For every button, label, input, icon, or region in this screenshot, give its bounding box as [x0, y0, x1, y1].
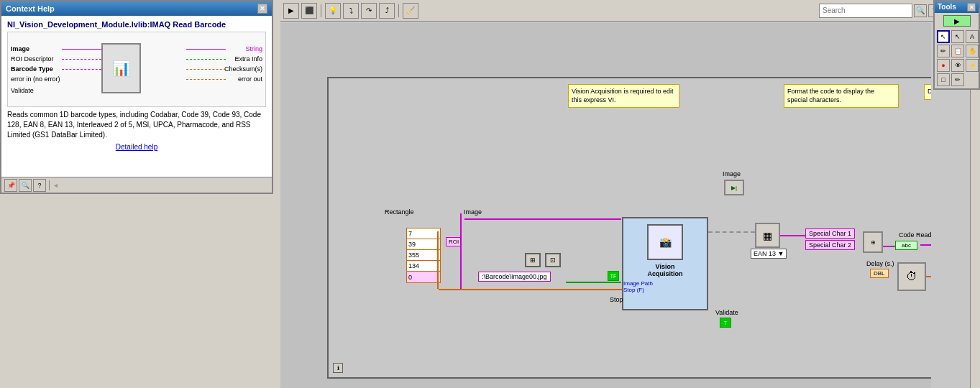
- diag-validate-label: Validate: [11, 87, 34, 94]
- canvas: ℹ Vision Acquisition is required to edit…: [280, 23, 931, 388]
- vision-acq-label: VisionAcquisition: [623, 263, 707, 277]
- concat-node: ⊕: [863, 231, 883, 253]
- help-icon-btn[interactable]: ?: [33, 179, 46, 192]
- run-btn[interactable]: ▶: [283, 3, 299, 19]
- stop-btn[interactable]: ⬛: [301, 3, 317, 19]
- clean-btn[interactable]: 🧹: [403, 3, 418, 19]
- validate-label: Validate: [715, 309, 738, 316]
- validate-indicator: T: [720, 318, 731, 328]
- run-green-btn[interactable]: ▶: [943, 15, 971, 27]
- info-icon: ℹ: [333, 363, 343, 373]
- run-area: ▶: [935, 15, 979, 27]
- code-read-label: Code Read: [899, 231, 931, 239]
- search-bar: 🔍 ?: [819, 4, 941, 18]
- help-description: Reads common 1D barcode types, including…: [7, 110, 266, 140]
- context-help-title: Context Help: [6, 4, 55, 13]
- context-help-titlebar: Context Help ✕: [1, 1, 272, 16]
- rect-val-4: 134: [407, 261, 440, 272]
- wire-vert-orange: [437, 231, 439, 289]
- wire-dashed-1: [708, 231, 755, 233]
- delay-label: Delay (s.): [866, 260, 894, 267]
- true-indicator: TF: [608, 271, 619, 281]
- dbl-indicator: DBL: [870, 269, 889, 278]
- wire-image-pink: [464, 218, 621, 220]
- search-input[interactable]: [819, 4, 912, 18]
- image-left-label: Image: [464, 208, 482, 216]
- wire-green-stop: [566, 282, 621, 283]
- diag-image-label: Image: [11, 45, 29, 52]
- probe-tool[interactable]: 👁: [951, 59, 964, 72]
- rectangle-label: Rectangle: [385, 208, 414, 216]
- image-path-label: Image Path: [623, 280, 707, 287]
- func-node-2: ⊡: [545, 253, 561, 267]
- barcode-reader-icon: ▦: [755, 223, 780, 248]
- context-help-close[interactable]: ✕: [257, 4, 267, 14]
- wire-orange-rect: [439, 289, 623, 290]
- stop-f-label: Stop (F): [623, 287, 707, 293]
- cursor-tool[interactable]: ↖: [937, 30, 950, 43]
- step-out-btn[interactable]: ⤴: [379, 3, 395, 19]
- breakpoint-tool[interactable]: ●: [937, 59, 950, 72]
- toolbar: ▶ ⬛ 💡 ⤵ ↷ ⤴ 🧹 🔍 ?: [280, 0, 944, 22]
- wire-pink-1: [780, 235, 805, 236]
- rect-val-5: 0: [407, 272, 440, 282]
- wire-vert-pink: [460, 213, 462, 289]
- search-help-btn[interactable]: 🔍: [19, 179, 32, 192]
- format-code-note: Format the code to display the special c…: [784, 84, 899, 108]
- vi-name: NI_Vision_Development_Module.lvlib:IMAQ …: [7, 20, 266, 29]
- vision-acq-note: Vision Acquisition is required to edit t…: [568, 84, 679, 108]
- wire-pink-long: [920, 244, 931, 246]
- rect-val-1: 7: [407, 228, 440, 239]
- rect-val-2: 39: [407, 239, 440, 250]
- wire-tool[interactable]: ✏: [937, 45, 950, 57]
- wire-pink-2: [883, 246, 895, 247]
- color-tool[interactable]: □: [937, 73, 950, 86]
- image-indicator: ▶|: [724, 180, 744, 195]
- main-window: ▶ ⬛ 💡 ⤵ ↷ ⤴ 🧹 🔍 ? ℹ Vision Acquisition i…: [280, 0, 980, 388]
- vision-acq-icon: 📸: [647, 224, 683, 260]
- panel-bottom-bar: 📌 🔍 ? ◄: [1, 177, 272, 193]
- special-char1: Special Char 1: [805, 228, 855, 239]
- cursor-tool-2[interactable]: ↖: [951, 30, 964, 43]
- rectangle-box: 7 39 355 134 0: [406, 228, 441, 283]
- detailed-help-link[interactable]: Detailed help: [7, 143, 266, 151]
- pin-btn[interactable]: 📌: [4, 179, 17, 192]
- custom-tool[interactable]: ✏: [951, 73, 964, 86]
- vi-diagram: 📊 Image ROI Descriptor Barcode Type erro…: [7, 32, 266, 107]
- tools-title: Tools ✕: [935, 1, 979, 13]
- highlight-btn[interactable]: 💡: [325, 3, 341, 19]
- code-read-indicator: abc: [895, 241, 917, 250]
- context-help-panel: Context Help ✕ NI_Vision_Development_Mod…: [0, 0, 273, 194]
- vi-icon: 📊: [101, 43, 141, 93]
- rect-val-3: 355: [407, 250, 440, 261]
- diag-string-label: String: [245, 45, 262, 52]
- text-tool[interactable]: A: [966, 30, 979, 43]
- step-over-btn[interactable]: ↷: [361, 3, 377, 19]
- context-help-content: NI_Vision_Development_Module.lvlib:IMAQ …: [1, 16, 272, 155]
- diag-extrainfo-label: Extra Info: [234, 55, 262, 63]
- wire-orange-delay: [926, 276, 931, 277]
- scroll-tool[interactable]: ✋: [966, 45, 979, 57]
- color-copy-tool[interactable]: ⚡: [966, 59, 979, 72]
- search-button[interactable]: 🔍: [914, 4, 927, 17]
- wait-node: ⏱: [897, 262, 926, 291]
- diag-error-out-label: error out: [238, 75, 262, 83]
- image-label: Image: [723, 170, 741, 177]
- diag-error-in-label: error in (no error): [11, 75, 60, 83]
- diag-roi-label: ROI Descriptor: [11, 55, 54, 63]
- dispose-note: Dispose of the image.: [924, 84, 931, 100]
- special-char2: Special Char 2: [805, 240, 855, 250]
- vision-acq-block[interactable]: 📸 VisionAcquisition Image Path Stop (F): [622, 217, 708, 310]
- step-into-btn[interactable]: ⤵: [343, 3, 359, 19]
- roi-terminal: ROI: [446, 237, 462, 246]
- stop-label: Stop: [610, 296, 623, 303]
- tools-panel: Tools ✕ ▶ ↖ ↖ A ✏ 📋 ✋ ● 👁 ⚡ □ ✏: [933, 0, 980, 90]
- func-node-1: ⊞: [525, 253, 541, 267]
- diag-checksum-label: Checksum(s): [224, 65, 262, 73]
- tools-label: Tools: [938, 3, 956, 11]
- tools-grid: ↖ ↖ A ✏ 📋 ✋ ● 👁 ⚡ □ ✏: [935, 28, 979, 88]
- file-path-ctrl[interactable]: :\Barcode\Image00.jpg: [478, 272, 551, 282]
- menu-tool[interactable]: 📋: [951, 45, 964, 57]
- ean13-dropdown[interactable]: EAN 13 ▼: [751, 249, 787, 259]
- tools-close-btn[interactable]: ✕: [967, 3, 976, 11]
